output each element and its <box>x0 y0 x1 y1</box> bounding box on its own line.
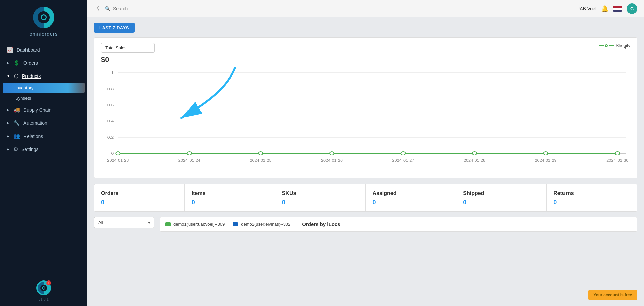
sidebar-item-label: Dashboard <box>17 47 40 53</box>
search-area: 🔍 <box>105 6 571 11</box>
notification-badge: 1 <box>46 280 51 285</box>
sidebar-item-dashboard[interactable]: 📈 Dashboard <box>0 43 87 56</box>
bottom-row: All ▼ demo1(user:uabvoel)--309 demo2(use… <box>94 217 637 232</box>
chart-svg: 0 0.2 0.4 0.6 0.8 1 <box>101 66 630 173</box>
svg-text:2024-01-30: 2024-01-30 <box>606 159 628 162</box>
chevron-down-icon: ▼ <box>623 46 627 50</box>
svg-text:0.8: 0.8 <box>107 87 114 91</box>
chart-metric-select-wrap: Total Sales Orders Revenue ▼ <box>101 43 630 53</box>
legend-item-1: demo1(user:uabvoel)--309 <box>165 222 225 227</box>
sidebar-nav: 📈 Dashboard ▶ 💲 Orders ▼ ⬡ Products Inve… <box>0 40 87 276</box>
svg-text:2024-01-24: 2024-01-24 <box>178 159 201 162</box>
page-area: LAST 7 DAYS Shopify Total Sales Orders R… <box>87 17 644 306</box>
legend-label-1: demo1(user:uabvoel)--309 <box>173 222 225 227</box>
sidebar-item-relations[interactable]: ▶ 👥 Relations <box>0 130 87 143</box>
bell-icon[interactable]: 🔔 <box>601 5 608 12</box>
supply-chain-icon: 🚚 <box>13 107 20 113</box>
stat-assigned: Assigned 0 <box>366 184 456 211</box>
arrow-icon: ▶ <box>7 61 9 65</box>
language-flag[interactable] <box>613 6 622 12</box>
arrow-icon: ▶ <box>7 121 9 125</box>
company-name: UAB Voel <box>576 6 596 11</box>
stat-skus-value: 0 <box>282 199 359 206</box>
stat-returns-label: Returns <box>553 190 630 196</box>
stat-shipped-label: Shipped <box>463 190 540 196</box>
svg-text:0: 0 <box>111 151 114 155</box>
period-filter-button[interactable]: LAST 7 DAYS <box>94 23 135 33</box>
sidebar: omniorders 📈 Dashboard ▶ 💲 Orders ▼ ⬡ Pr… <box>0 0 87 306</box>
svg-point-14 <box>187 152 192 155</box>
sidebar-item-label: Settings <box>21 147 39 152</box>
sidebar-item-label: Supply Chain <box>23 107 51 113</box>
svg-text:2024-01-25: 2024-01-25 <box>250 159 271 162</box>
filter-select-wrap: All ▼ <box>94 217 154 228</box>
stat-items-value: 0 <box>192 199 268 206</box>
arrow-icon: ▶ <box>7 147 9 151</box>
sidebar-item-settings[interactable]: ▶ ⚙ Settings <box>0 143 87 156</box>
topbar: 《 🔍 UAB Voel 🔔 C <box>87 0 644 17</box>
svg-point-15 <box>259 152 263 155</box>
svg-point-16 <box>330 152 334 155</box>
svg-text:0.2: 0.2 <box>107 135 114 139</box>
arrow-icon: ▶ <box>7 134 9 138</box>
chart-svg-area: 0 0.2 0.4 0.6 0.8 1 <box>101 66 630 175</box>
svg-text:2024-01-29: 2024-01-29 <box>535 159 556 162</box>
orders-by-ilocs-legend: demo1(user:uabvoel)--309 demo2(user:elvi… <box>160 217 637 232</box>
subitem-label: Inventory <box>15 85 33 90</box>
legend-color-2 <box>233 222 238 226</box>
svg-text:0.6: 0.6 <box>107 103 114 107</box>
sidebar-item-label: Orders <box>23 60 38 66</box>
svg-point-13 <box>116 152 120 155</box>
search-icon: 🔍 <box>105 6 110 11</box>
stat-items: Items 0 <box>185 184 275 211</box>
search-input[interactable] <box>113 6 180 11</box>
user-avatar[interactable]: C <box>627 3 637 14</box>
chart-container: Shopify Total Sales Orders Revenue ▼ $0 <box>94 37 637 178</box>
version-label: v1.3.1 <box>39 297 49 301</box>
sidebar-item-label: Relations <box>23 134 43 139</box>
orders-icon: 💲 <box>13 60 20 66</box>
legend-color-1 <box>165 222 171 226</box>
stat-items-label: Items <box>192 190 268 196</box>
logo-area: omniorders <box>0 0 87 40</box>
stat-shipped-value: 0 <box>463 199 540 206</box>
arrow-icon: ▶ <box>7 108 9 112</box>
legend-label-2: demo2(user:elvinas)--302 <box>241 222 290 227</box>
legend-item-2: demo2(user:elvinas)--302 <box>233 222 290 227</box>
svg-text:2024-01-28: 2024-01-28 <box>464 159 485 162</box>
filter-select[interactable]: All <box>94 217 154 228</box>
sidebar-subitem-synsets[interactable]: Synsets <box>0 93 87 103</box>
app-name: omniorders <box>29 31 58 37</box>
svg-point-19 <box>544 152 548 155</box>
chart-value-display: $0 <box>101 55 630 64</box>
sidebar-item-supply-chain[interactable]: ▶ 🚚 Supply Chain <box>0 103 87 116</box>
arrow-icon: ▼ <box>7 74 10 78</box>
svg-text:2024-01-27: 2024-01-27 <box>392 159 414 162</box>
sidebar-item-orders[interactable]: ▶ 💲 Orders <box>0 56 87 69</box>
chart-metric-select[interactable]: Total Sales Orders Revenue <box>101 43 155 53</box>
sidebar-item-automation[interactable]: ▶ 🔧 Automation <box>0 116 87 130</box>
svg-text:2024-01-23: 2024-01-23 <box>107 159 129 162</box>
sidebar-item-products[interactable]: ▼ ⬡ Products <box>0 69 87 83</box>
svg-text:2024-01-26: 2024-01-26 <box>321 159 343 162</box>
stat-assigned-label: Assigned <box>372 190 449 196</box>
toast-message: Your account is free <box>588 290 637 300</box>
collapse-button[interactable]: 《 <box>94 5 99 12</box>
stat-returns-value: 0 <box>553 199 630 206</box>
settings-icon: ⚙ <box>13 146 18 152</box>
svg-point-18 <box>472 152 477 155</box>
products-icon: ⬡ <box>14 73 19 79</box>
orders-by-iloc-label: Orders by iLocs <box>302 221 340 227</box>
sidebar-item-label: Automation <box>23 120 47 126</box>
sidebar-subitem-inventory[interactable]: Inventory <box>3 83 85 93</box>
stat-assigned-value: 0 <box>372 199 449 206</box>
stat-returns: Returns 0 <box>547 184 637 211</box>
sidebar-footer: 1 v1.3.1 <box>0 276 87 306</box>
dashboard-icon: 📈 <box>7 47 13 53</box>
footer-avatar[interactable]: 1 <box>36 280 51 295</box>
stat-skus-label: SKUs <box>282 190 359 196</box>
svg-point-20 <box>615 152 620 155</box>
stat-orders: Orders 0 <box>94 184 185 211</box>
subitem-label: Synsets <box>15 96 31 101</box>
stats-row: Orders 0 Items 0 SKUs 0 Assigned 0 Shipp… <box>94 184 637 212</box>
